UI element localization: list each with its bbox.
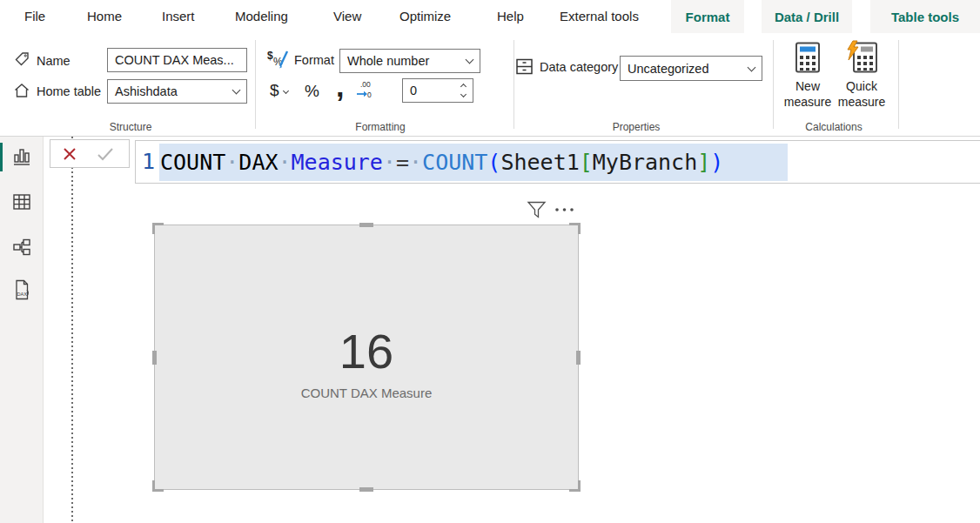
- currency-chevron-icon[interactable]: [283, 88, 289, 94]
- menu-modeling[interactable]: Modeling: [235, 9, 288, 23]
- name-label: Name: [37, 54, 70, 68]
- chevron-up-icon: [460, 84, 466, 90]
- resize-handle-bottom[interactable]: [359, 487, 373, 492]
- formula-code[interactable]: COUNT·DAX·Measure·=·COUNT(Sheet1[MyBranc…: [160, 141, 723, 184]
- more-options-icon[interactable]: [554, 206, 576, 213]
- model-view-icon[interactable]: [11, 236, 32, 258]
- thousands-separator-button[interactable]: ,: [336, 70, 344, 104]
- format-label: Format: [294, 53, 334, 67]
- menubar: File Home Insert Modeling View Optimize …: [0, 0, 980, 33]
- decimal-places-value: 0: [403, 84, 457, 97]
- card-visual[interactable]: 16 COUNT DAX Measure: [154, 225, 579, 490]
- quick-measure-icon-wrap: [845, 42, 878, 73]
- svg-text:.00: .00: [360, 80, 371, 89]
- stepper-arrows[interactable]: [457, 84, 473, 97]
- svg-text:0: 0: [367, 91, 372, 99]
- svg-text:$: $: [267, 50, 273, 62]
- resize-handle-top-left[interactable]: [152, 223, 164, 234]
- menu-insert[interactable]: Insert: [162, 9, 195, 23]
- menu-help[interactable]: Help: [497, 9, 524, 23]
- canvas-guide-dotted-line: [71, 137, 73, 523]
- ribbon: Name Home table Ashishdata Structure $ %…: [0, 33, 980, 137]
- ribbon-divider: [898, 40, 899, 129]
- table-view-icon[interactable]: [11, 191, 32, 213]
- menu-optimize[interactable]: Optimize: [399, 9, 451, 23]
- decimal-places-icon[interactable]: .00 0: [355, 80, 378, 99]
- menu-home[interactable]: Home: [87, 9, 122, 23]
- line-number: 1: [142, 141, 155, 183]
- format-value: Whole number: [347, 54, 429, 68]
- dax-formula-bar[interactable]: 1 COUNT·DAX·Measure·=·COUNT(Sheet1[MyBra…: [135, 140, 980, 184]
- resize-handle-bottom-left[interactable]: [152, 480, 164, 492]
- group-structure: Structure: [78, 121, 183, 133]
- tab-table-tools-label: Table tools: [891, 10, 959, 24]
- quick-measure-button[interactable]: Quick measure: [834, 42, 889, 124]
- new-measure-label: New measure: [782, 78, 834, 110]
- quick-measure-label: Quick measure: [836, 78, 888, 110]
- resize-handle-left[interactable]: [152, 351, 157, 365]
- lightning-icon: [845, 40, 861, 61]
- currency-button[interactable]: $: [270, 81, 279, 100]
- card-label: COUNT DAX Measure: [155, 386, 578, 400]
- menu-file[interactable]: File: [24, 9, 45, 23]
- data-category-select[interactable]: Uncategorized: [620, 56, 762, 81]
- dax-query-view-icon[interactable]: DAX: [11, 278, 32, 301]
- ribbon-divider: [773, 40, 774, 129]
- home-table-select[interactable]: Ashishdata: [107, 79, 247, 104]
- data-category-icon: [515, 57, 534, 76]
- tab-format-label: Format: [686, 10, 730, 24]
- resize-handle-top-right[interactable]: [569, 223, 581, 234]
- powerbi-window: File Home Insert Modeling View Optimize …: [0, 0, 980, 523]
- ribbon-divider: [513, 40, 514, 129]
- chevron-down-icon: [466, 56, 474, 64]
- tab-data-drill[interactable]: Data / Drill: [762, 0, 852, 33]
- measure-name-input[interactable]: [107, 48, 247, 72]
- formula-commit-controls: [50, 139, 130, 168]
- chevron-down-icon: [232, 86, 241, 95]
- menu-external-tools[interactable]: External tools: [560, 9, 639, 23]
- resize-handle-bottom-right[interactable]: [569, 480, 581, 492]
- data-category-label: Data category: [540, 60, 618, 74]
- resize-handle-top[interactable]: [359, 223, 373, 227]
- svg-text:DAX: DAX: [17, 292, 28, 297]
- format-select[interactable]: Whole number: [339, 49, 480, 73]
- decimal-places-stepper[interactable]: 0: [402, 78, 473, 103]
- tab-format[interactable]: Format: [671, 0, 744, 33]
- tab-data-drill-label: Data / Drill: [775, 10, 839, 24]
- tag-icon: [14, 51, 30, 68]
- group-properties: Properties: [584, 121, 688, 133]
- active-view-indicator: [0, 143, 3, 171]
- home-table-value: Ashishdata: [115, 84, 178, 98]
- data-category-value: Uncategorized: [628, 62, 709, 76]
- card-value: 16: [155, 323, 578, 379]
- cancel-icon[interactable]: [62, 146, 77, 162]
- format-dollar-percent-icon: $ %: [266, 49, 291, 70]
- group-formatting: Formatting: [328, 121, 433, 133]
- check-icon[interactable]: [97, 147, 114, 161]
- report-canvas[interactable]: 16 COUNT DAX Measure: [44, 184, 980, 523]
- chevron-down-icon: [748, 63, 756, 71]
- new-measure-button[interactable]: New measure: [782, 42, 834, 124]
- home-table-label: Home table: [37, 84, 101, 98]
- resize-handle-right[interactable]: [576, 351, 581, 365]
- home-icon: [13, 82, 30, 99]
- percent-button[interactable]: %: [305, 82, 319, 101]
- chevron-down-icon: [460, 91, 466, 97]
- menu-view[interactable]: View: [333, 9, 361, 23]
- tab-table-tools[interactable]: Table tools: [870, 0, 980, 33]
- report-view-icon[interactable]: [11, 144, 32, 167]
- view-switcher-sidebar: DAX: [0, 137, 44, 523]
- filter-icon[interactable]: [527, 201, 547, 219]
- group-calculations: Calculations: [782, 121, 886, 133]
- new-measure-calculator-icon: [795, 42, 821, 73]
- ribbon-divider: [255, 40, 256, 129]
